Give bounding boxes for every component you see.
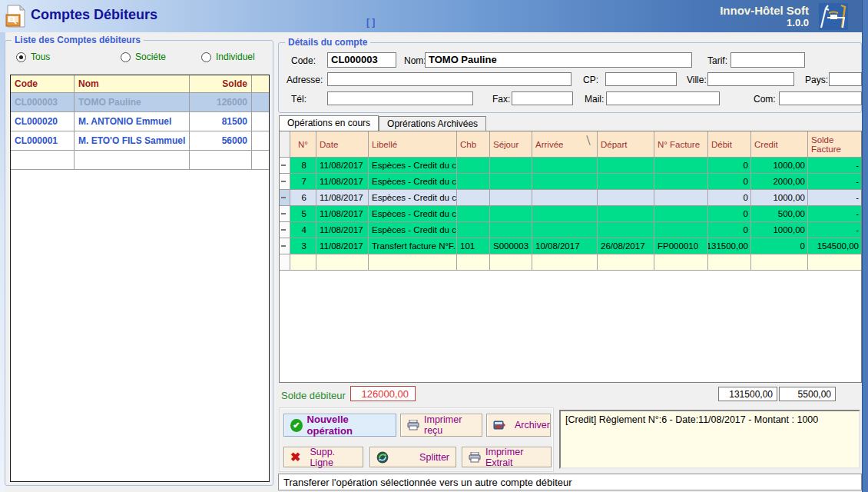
tab-operations-archivees[interactable]: Oprérations Archivées — [379, 116, 486, 131]
account-cell-code — [11, 151, 75, 169]
cell-facture — [654, 174, 708, 189]
grid-col-debit[interactable]: Débit — [708, 131, 751, 157]
document-preview-icon — [5, 5, 26, 28]
tab-operations-en-cours[interactable]: Opérations en cours — [279, 115, 379, 131]
cell-credit: 0 — [751, 238, 808, 254]
print-statement-label: Imprimer Extrait — [485, 447, 545, 468]
delete-line-button[interactable]: ✖ Supp. Ligne — [283, 447, 363, 467]
cell-depart — [598, 254, 654, 270]
tel-field[interactable] — [327, 91, 473, 105]
filter-radio-societe[interactable]: Sociéte — [121, 52, 166, 62]
cell-debit: 0 — [708, 222, 751, 238]
cell-solde: - — [808, 158, 861, 173]
cell-sejour — [490, 206, 532, 221]
cell-date — [316, 254, 369, 270]
accounts-col-code[interactable]: Code — [11, 75, 75, 92]
grid-col-n[interactable]: N° — [290, 131, 316, 157]
print-statement-button[interactable]: Imprimer Extrait — [462, 447, 552, 467]
cell-depart — [598, 158, 654, 173]
grid-empty-row[interactable] — [280, 254, 861, 271]
nom-field[interactable]: TOMO Pauline — [425, 52, 692, 68]
cell-debit: 0 — [708, 174, 751, 189]
row-header-cell — [280, 222, 290, 238]
archive-button[interactable]: Archiver — [486, 414, 551, 437]
grid-col-solde-facture[interactable]: Solde Facture — [808, 131, 861, 157]
cell-chb — [457, 206, 490, 221]
cell-facture — [654, 158, 708, 173]
nom-label: Nom: — [404, 55, 426, 66]
account-row[interactable]: CL000001 M. ETO'O FILS Sammuel 56000 — [11, 131, 269, 151]
account-cell-code: CL000020 — [11, 112, 75, 131]
app-name: Innov-Hôtel Soft — [640, 4, 809, 17]
row-header-cell — [280, 174, 290, 189]
printer-icon — [469, 452, 481, 463]
operation-info-box: [Credit] Règlement N°:6 - Date:11/08/201… — [559, 410, 860, 469]
accounts-groupbox: Liste des Comptes débiteurs Tous Sociéte… — [5, 40, 273, 486]
adresse-field[interactable] — [327, 72, 571, 86]
grid-col-chb[interactable]: Chb — [457, 131, 490, 157]
split-arrows-icon — [376, 451, 389, 464]
operation-row[interactable]: 7 11/08/2017 Espèces - Credit du c... 0 … — [280, 174, 861, 190]
grid-header-row: N° Date Libellé Chb Séjour Arrivée╲ Dépa… — [280, 131, 861, 158]
split-button[interactable]: Splitter — [369, 447, 456, 467]
cell-credit: 500,00 — [751, 206, 808, 221]
cell-n: 7 — [290, 174, 316, 189]
details-group-label: Détails du compte — [285, 37, 370, 48]
operation-row[interactable]: 8 11/08/2017 Espèces - Credit du c... 0 … — [280, 158, 861, 174]
filter-radio-tous[interactable]: Tous — [16, 52, 50, 62]
cell-sejour — [490, 174, 532, 189]
tel-label: Tél: — [291, 94, 306, 105]
filter-radio-individuel[interactable]: Individuel — [201, 52, 255, 62]
window-center-mark: [ ] — [366, 17, 375, 28]
operation-row[interactable]: 3 11/08/2017 Transfert facture N°F... 10… — [280, 238, 861, 254]
account-cell-solde: 81500 — [190, 112, 252, 131]
account-cell-filler — [252, 93, 269, 111]
operation-row[interactable]: 4 11/08/2017 Espèces - Credit du c... 0 … — [280, 222, 861, 238]
split-label: Splitter — [419, 452, 449, 463]
grid-col-credit[interactable]: Credit — [751, 131, 808, 157]
code-label: Code: — [291, 55, 316, 66]
tarif-field[interactable] — [731, 52, 805, 68]
code-field[interactable]: CL000003 — [327, 52, 396, 68]
innov-hotel-logo-icon — [818, 2, 849, 31]
cell-n: 8 — [290, 158, 316, 173]
grid-col-sejour[interactable]: Séjour — [490, 131, 532, 157]
check-circle-icon: ✔ — [290, 419, 303, 432]
grid-col-depart[interactable]: Départ — [598, 131, 654, 157]
grid-col-facture[interactable]: N° Facture — [654, 131, 708, 157]
fax-field[interactable] — [512, 91, 573, 105]
cell-depart — [598, 190, 654, 205]
accounts-col-solde[interactable]: Solde — [190, 75, 252, 92]
fax-label: Fax: — [492, 94, 510, 105]
cell-credit — [751, 254, 808, 270]
new-operation-button[interactable]: ✔ Nouvelle opération — [283, 414, 396, 437]
cell-libelle: Espèces - Credit du c... — [369, 190, 457, 205]
cell-solde: - — [808, 222, 861, 238]
mail-field[interactable] — [606, 91, 720, 105]
print-receipt-button[interactable]: Imprimer reçu — [400, 414, 482, 437]
cell-arrivee — [532, 190, 598, 205]
archive-icon — [493, 420, 505, 430]
cp-field[interactable] — [605, 72, 677, 86]
grid-col-date[interactable]: Date — [316, 131, 369, 157]
account-cell-code: CL000001 — [11, 131, 75, 150]
cell-facture — [654, 206, 708, 221]
ville-field[interactable] — [707, 72, 794, 86]
cell-date: 11/08/2017 — [316, 158, 369, 173]
account-row[interactable]: CL000003 TOMO Pauline 126000 — [11, 93, 269, 112]
accounts-col-nom[interactable]: Nom — [75, 75, 190, 92]
account-row[interactable]: CL000020 M. ANTONIO Emmuel 81500 — [11, 112, 269, 131]
operation-row-selected[interactable]: 6 11/08/2017 Espèces - Credit du c... 0 … — [280, 190, 861, 206]
cell-chb — [457, 190, 490, 205]
grid-col-libelle[interactable]: Libellé — [369, 131, 457, 157]
cell-debit: 0 — [708, 190, 751, 205]
com-field[interactable] — [779, 91, 862, 105]
cell-chb — [457, 254, 490, 270]
account-filter-radios: Tous Sociéte Individuel — [13, 52, 267, 65]
cell-depart — [598, 206, 654, 221]
pays-field[interactable] — [829, 72, 862, 86]
operation-row[interactable]: 5 11/08/2017 Espèces - Credit du c... 0 … — [280, 206, 861, 222]
window-right-edge — [862, 0, 868, 492]
accounts-empty-row[interactable] — [11, 151, 269, 170]
grid-col-arrivee[interactable]: Arrivée╲ — [532, 131, 598, 157]
